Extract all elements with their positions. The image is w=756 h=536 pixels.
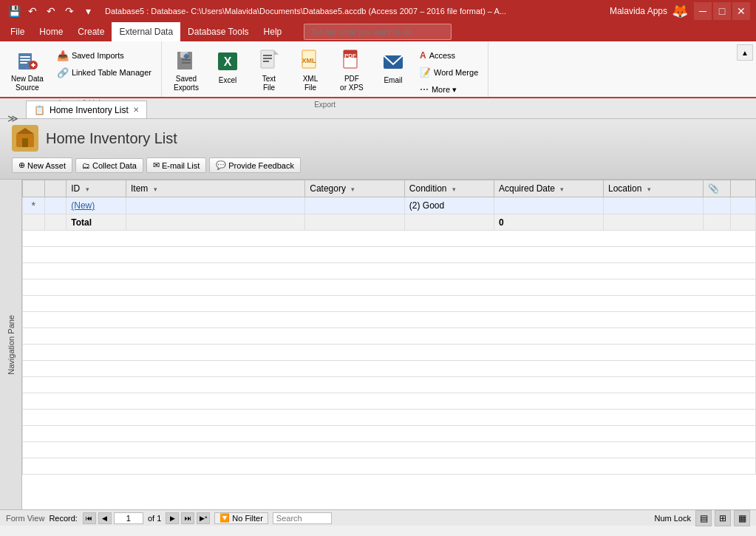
condition-dropdown-icon: ▾ — [452, 186, 456, 193]
filter-icon: 🔽 — [219, 513, 230, 523]
main-content: Navigation Pane ID ▾ Item ▾ Category ▾ — [0, 180, 756, 509]
qat-dropdown[interactable]: ▾ — [80, 3, 96, 19]
minimize-button[interactable]: ─ — [694, 2, 712, 20]
tab-expand-icon[interactable]: ≫ — [7, 112, 18, 124]
new-row-condition[interactable]: (2) Good — [404, 197, 494, 214]
saved-imports-icon: 📥 — [57, 50, 69, 61]
record-current-input[interactable] — [114, 512, 143, 524]
new-row-item[interactable] — [126, 197, 304, 214]
col-item-header[interactable]: Item ▾ — [126, 180, 304, 197]
email-button[interactable]: Email — [373, 44, 413, 96]
text-file-label: TextFile — [262, 75, 276, 92]
word-merge-label: Word Merge — [434, 68, 478, 77]
view-icon-grid[interactable]: ⊞ — [715, 510, 731, 526]
new-row-attachment[interactable] — [703, 197, 731, 214]
col-attachment-header[interactable]: 📎 — [703, 180, 731, 197]
new-asset-button[interactable]: ⊕ New Asset — [12, 157, 72, 173]
pdf-xps-button[interactable]: PDF PDFor XPS — [332, 44, 372, 96]
search-input[interactable] — [273, 512, 332, 524]
new-row-location[interactable] — [604, 197, 704, 214]
svg-text:PDF: PDF — [344, 52, 356, 59]
excel-button[interactable]: X Excel — [208, 44, 248, 96]
menu-database-tools[interactable]: Database Tools — [180, 22, 256, 41]
col-category-header[interactable]: Category ▾ — [305, 180, 405, 197]
new-data-source-button[interactable]: New DataSource — [4, 44, 50, 96]
close-button[interactable]: ✕ — [732, 2, 750, 20]
menu-bar: File Home Create External Data Database … — [0, 22, 756, 41]
col-condition-header[interactable]: Condition ▾ — [404, 180, 494, 197]
view-icons: ▤ ⊞ ▦ — [695, 510, 750, 526]
provide-feedback-button[interactable]: 💬 Provide Feedback — [209, 157, 301, 173]
col-location-header[interactable]: Location ▾ — [604, 180, 704, 197]
no-filter-button[interactable]: 🔽 No Filter — [214, 512, 268, 524]
email-label: Email — [384, 76, 402, 84]
menu-home[interactable]: Home — [32, 22, 70, 41]
linked-table-manager-button[interactable]: 🔗 Linked Table Manager — [52, 64, 157, 81]
saved-exports-button[interactable]: SavedExports — [166, 44, 206, 96]
text-file-button[interactable]: TextFile — [249, 44, 289, 96]
new-row-acquired-date[interactable] — [494, 197, 603, 214]
empty-row — [23, 377, 756, 393]
empty-row — [23, 458, 756, 475]
new-row-id[interactable]: (New) — [67, 197, 126, 214]
menu-external-data[interactable]: External Data — [112, 22, 180, 41]
ribbon-collapse-button[interactable]: ▲ — [737, 44, 753, 61]
undo-button[interactable]: ↶ — [24, 3, 41, 19]
export-group-label: Export — [166, 101, 483, 109]
navigation-pane[interactable]: Navigation Pane — [0, 180, 22, 509]
menu-create[interactable]: Create — [70, 22, 112, 41]
tab-close-button[interactable]: ✕ — [133, 106, 139, 114]
record-last-button[interactable]: ⏭ — [181, 512, 194, 524]
tab-label: Home Inventory List — [50, 105, 129, 115]
record-navigator: Record: ⏮ ◀ of 1 ▶ ⏭ ▶* — [49, 512, 210, 524]
more-label: More ▾ — [432, 85, 457, 95]
saved-imports-button[interactable]: 📥 Saved Imports — [52, 47, 157, 64]
xml-file-button[interactable]: XML XMLFile — [290, 44, 330, 96]
menu-help[interactable]: Help — [256, 22, 290, 41]
access-button[interactable]: A Access — [415, 47, 483, 64]
saved-exports-icon — [173, 48, 200, 73]
collect-data-button[interactable]: 🗂 Collect Data — [75, 158, 143, 173]
data-grid: ID ▾ Item ▾ Category ▾ Condition ▾ Acqui… — [22, 180, 756, 475]
empty-row — [23, 263, 756, 279]
svg-rect-9 — [182, 59, 191, 61]
view-icon-form[interactable]: ▤ — [695, 510, 712, 526]
tab-home-inventory[interactable]: 📋 Home Inventory List ✕ — [26, 101, 147, 118]
grid-header-row: ID ▾ Item ▾ Category ▾ Condition ▾ Acqui… — [23, 180, 756, 197]
empty-row — [23, 426, 756, 442]
redo-button[interactable]: ↷ — [61, 3, 78, 19]
form-header: Home Inventory List ⊕ New Asset 🗂 Collec… — [0, 119, 756, 180]
feedback-label: Provide Feedback — [228, 161, 294, 170]
undo-button2[interactable]: ↶ — [43, 3, 59, 19]
col-extra-header[interactable] — [731, 180, 756, 197]
xml-file-label: XMLFile — [303, 75, 319, 92]
title-bar: 💾 ↶ ↶ ↷ ▾ Database5 : Database- C:\Users… — [0, 0, 756, 22]
ribbon-group-import-link: New DataSource 📥 Saved Imports 🔗 Linked … — [0, 41, 162, 97]
col-id-header[interactable]: ID ▾ — [67, 180, 126, 197]
tell-me-input[interactable] — [304, 24, 452, 40]
email-list-button[interactable]: ✉ E-mail List — [146, 157, 206, 173]
record-of-label: of 1 — [148, 514, 161, 523]
record-first-button[interactable]: ⏮ — [83, 512, 96, 524]
more-button[interactable]: ⋯ More ▾ — [415, 81, 483, 98]
record-prev-button[interactable]: ◀ — [98, 512, 112, 524]
linked-table-icon: 🔗 — [57, 67, 69, 78]
word-merge-button[interactable]: 📝 Word Merge — [415, 64, 483, 81]
empty-row — [23, 312, 756, 328]
view-icon-report[interactable]: ▦ — [734, 510, 750, 526]
col-acquired-date-header[interactable]: Acquired Date ▾ — [494, 180, 603, 197]
svg-rect-15 — [263, 58, 272, 59]
collect-data-icon: 🗂 — [82, 161, 90, 170]
total-row-category — [305, 214, 405, 231]
maximize-button[interactable]: □ — [713, 2, 731, 20]
save-button[interactable]: 💾 — [6, 3, 22, 19]
ribbon-group-export: SavedExports X Excel — [162, 41, 488, 97]
new-row-category[interactable] — [305, 197, 405, 214]
empty-row — [23, 442, 756, 458]
menu-file[interactable]: File — [3, 22, 32, 41]
acquired-date-dropdown-icon: ▾ — [560, 186, 564, 193]
svg-rect-6 — [33, 63, 34, 67]
col-new-header — [44, 180, 67, 197]
record-next-button[interactable]: ▶ — [166, 512, 179, 524]
record-new-button[interactable]: ▶* — [197, 512, 210, 524]
